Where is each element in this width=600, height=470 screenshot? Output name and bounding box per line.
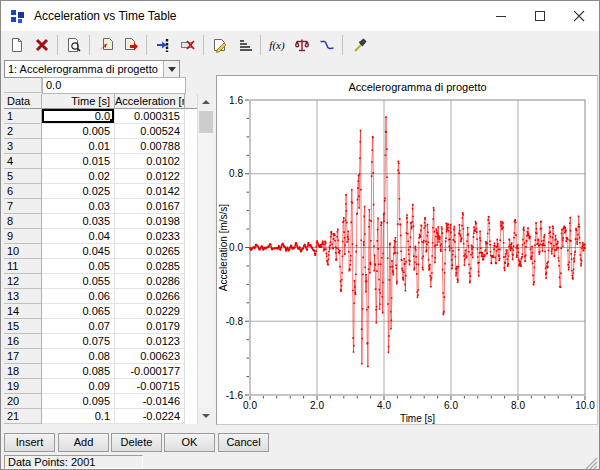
data-cell[interactable]: 0.085 [42, 364, 115, 379]
data-cell[interactable]: 0.055 [42, 274, 115, 289]
data-cell[interactable]: 0.0122 [115, 169, 185, 184]
data-cell[interactable]: -0.0146 [115, 394, 185, 409]
row-header-cell[interactable]: 13 [4, 289, 42, 304]
row-header-cell[interactable]: 11 [4, 259, 42, 274]
data-cell[interactable]: 0.005 [42, 124, 115, 139]
data-cell[interactable]: 0.025 [42, 184, 115, 199]
dataset-selector[interactable]: 1: Accelerogramma di progetto [4, 60, 180, 78]
data-cell[interactable]: 0.02 [42, 169, 115, 184]
data-cell[interactable]: 0.0102 [115, 154, 185, 169]
filler-cell [185, 139, 197, 154]
minimize-button[interactable] [482, 1, 521, 31]
data-cell[interactable]: 0.0233 [115, 229, 185, 244]
edit-table-icon [212, 37, 228, 53]
row-header-cell[interactable]: 20 [4, 394, 42, 409]
data-cell[interactable]: 0.065 [42, 304, 115, 319]
svg-text:-1.6: -1.6 [226, 390, 244, 401]
data-cell[interactable]: 0.05 [42, 259, 115, 274]
data-cell[interactable]: 0.0198 [115, 214, 185, 229]
data-cell[interactable]: 0.09 [42, 379, 115, 394]
row-header-cell[interactable]: 5 [4, 169, 42, 184]
row-header-cell[interactable]: 12 [4, 274, 42, 289]
data-cell[interactable]: 0.0142 [115, 184, 185, 199]
export-button[interactable] [118, 33, 143, 57]
data-cell[interactable]: 0.0229 [115, 304, 185, 319]
data-cell[interactable]: 0.1 [42, 409, 115, 424]
data-cell[interactable]: 0.015 [42, 154, 115, 169]
data-cell[interactable]: -0.0224 [115, 409, 185, 424]
function-button[interactable]: f(x) [264, 33, 289, 57]
scroll-up-button[interactable] [198, 94, 214, 110]
ok-button[interactable]: OK [164, 433, 215, 452]
row-header-cell[interactable]: 15 [4, 319, 42, 334]
data-cell[interactable]: 0.035 [42, 214, 115, 229]
data-cell[interactable]: 0.0285 [115, 259, 185, 274]
resize-grip-icon[interactable] [585, 457, 598, 470]
column-header-time: Time [s] [42, 94, 115, 109]
edit-table-button[interactable] [207, 33, 232, 57]
insert-button[interactable]: Insert [4, 433, 55, 452]
row-header-cell[interactable]: 19 [4, 379, 42, 394]
data-cell[interactable]: 0.07 [42, 319, 115, 334]
delete-button[interactable]: Delete [111, 433, 162, 452]
row-header-cell[interactable]: 10 [4, 244, 42, 259]
row-header-cell[interactable]: 3 [4, 139, 42, 154]
scroll-down-button[interactable] [198, 408, 214, 424]
preview-button[interactable] [61, 33, 86, 57]
data-cell[interactable]: 0.00623 [115, 349, 185, 364]
data-cell[interactable]: 0.04 [42, 229, 115, 244]
data-cell[interactable]: 0.095 [42, 394, 115, 409]
row-header-cell[interactable]: 2 [4, 124, 42, 139]
row-header-cell[interactable]: 21 [4, 409, 42, 424]
filler-cell [185, 229, 197, 244]
row-header-cell[interactable]: 7 [4, 199, 42, 214]
data-cell[interactable]: 0.03 [42, 199, 115, 214]
data-cell[interactable]: 0.0167 [115, 199, 185, 214]
selected-cell[interactable]: 0.0 [42, 109, 115, 124]
data-cell[interactable]: 0.00788 [115, 139, 185, 154]
data-cell[interactable]: 0.045 [42, 244, 115, 259]
table-row: 60.0250.0142 [4, 184, 197, 199]
row-header-cell[interactable]: 18 [4, 364, 42, 379]
data-cell[interactable]: 0.00524 [115, 124, 185, 139]
delete-all-button[interactable] [29, 33, 54, 57]
row-header-cell[interactable]: 14 [4, 304, 42, 319]
data-cell[interactable]: 0.08 [42, 349, 115, 364]
dataset-selector-dropdown-button[interactable] [163, 61, 179, 77]
insert-row-button[interactable] [150, 33, 175, 57]
add-button[interactable]: Add [58, 433, 109, 452]
sort-button[interactable] [232, 33, 257, 57]
row-header-cell[interactable]: 1 [4, 109, 42, 124]
import-button[interactable] [93, 33, 118, 57]
row-header-cell[interactable]: 9 [4, 229, 42, 244]
data-cell[interactable]: -0.000177 [115, 364, 185, 379]
cancel-button[interactable]: Cancel [218, 433, 269, 452]
chart-button[interactable] [314, 33, 339, 57]
data-cell[interactable]: 0.075 [42, 334, 115, 349]
data-cell[interactable]: 0.01 [42, 139, 115, 154]
scrollbar-thumb[interactable] [199, 111, 213, 133]
svg-text:-0.8: -0.8 [226, 316, 244, 327]
row-header-cell[interactable]: 6 [4, 184, 42, 199]
delete-row-button[interactable] [175, 33, 200, 57]
row-header-cell[interactable]: 16 [4, 334, 42, 349]
cell-editor[interactable]: 0.0 [42, 77, 186, 94]
row-header-cell[interactable]: 17 [4, 349, 42, 364]
row-header-cell[interactable]: 8 [4, 214, 42, 229]
row-header-cell[interactable]: 4 [4, 154, 42, 169]
data-cell[interactable]: 0.0123 [115, 334, 185, 349]
data-cell[interactable]: -0.00715 [115, 379, 185, 394]
new-document-button[interactable] [4, 33, 29, 57]
maximize-button[interactable] [521, 1, 560, 31]
data-cell[interactable]: 0.0286 [115, 274, 185, 289]
tools-button[interactable] [346, 33, 371, 57]
close-button[interactable] [560, 1, 599, 31]
data-cell[interactable]: 0.0265 [115, 244, 185, 259]
table-scrollbar[interactable] [197, 94, 213, 424]
data-cell[interactable]: 0.0179 [115, 319, 185, 334]
data-cell[interactable]: 0.000315 [115, 109, 185, 124]
svg-text:0.0: 0.0 [243, 400, 257, 411]
data-cell[interactable]: 0.06 [42, 289, 115, 304]
balance-button[interactable] [289, 33, 314, 57]
data-cell[interactable]: 0.0266 [115, 289, 185, 304]
